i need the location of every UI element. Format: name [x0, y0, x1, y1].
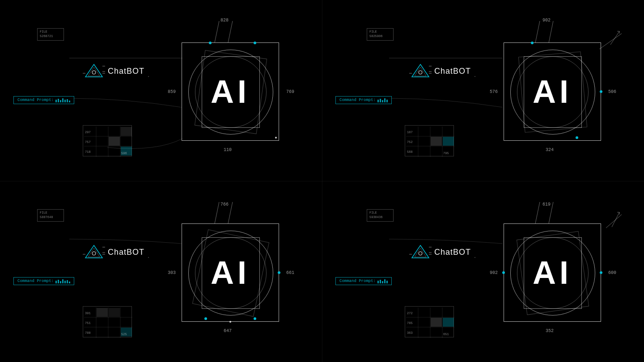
svg-text:525: 525 — [121, 333, 127, 336]
svg-rect-81 — [443, 318, 454, 327]
svg-point-31 — [419, 71, 422, 74]
file-label-tl: FILE — [40, 30, 61, 34]
svg-marker-49 — [88, 248, 100, 257]
coord-right-bl: 661 — [286, 270, 294, 275]
command-prompt-br: Command Prompt: — [335, 277, 392, 285]
ai-text-br: AI — [533, 254, 572, 291]
vertical-divider — [322, 0, 322, 362]
command-prompt-tr: Command Prompt: — [335, 96, 392, 104]
file-box-br: FILE 5930436 — [367, 209, 394, 222]
svg-text:187: 187 — [407, 130, 413, 134]
chatbot-br: ChatBOT . — [409, 244, 476, 261]
panel-br: 619 FILE 5930436 ChatBOT . 902 Command P… — [322, 181, 644, 362]
chatbot-text-tl: ChatBOT — [108, 67, 144, 76]
coord-left-tr: 576 — [490, 89, 498, 94]
svg-rect-23 — [121, 127, 132, 136]
grid-svg-bl: 391 751 780 525 — [84, 307, 132, 338]
svg-text:272: 272 — [407, 311, 413, 315]
ai-text-bl: AI — [211, 254, 250, 291]
svg-point-12 — [92, 71, 96, 74]
file-box-tl: FILE 5268721 — [37, 28, 64, 41]
svg-rect-42 — [431, 137, 442, 146]
svg-text:651: 651 — [443, 333, 449, 336]
coord-left-tl: 859 — [168, 89, 176, 94]
svg-marker-30 — [415, 67, 426, 76]
svg-rect-22 — [109, 137, 120, 146]
data-grid-tl: 297 757 718 596 — [83, 125, 132, 156]
svg-marker-68 — [415, 248, 426, 257]
chatbot-icon-br — [409, 244, 432, 261]
svg-text:785: 785 — [407, 321, 413, 325]
ai-text-tr: AI — [533, 73, 572, 110]
svg-point-50 — [92, 252, 96, 255]
coord-top-tr: 902 — [542, 18, 551, 23]
chatbot-icon-tl — [83, 63, 105, 80]
main-canvas: 828 FILE 5268721 ChatBOT . 8 — [0, 0, 644, 362]
coord-left-bl: 303 — [168, 270, 176, 275]
file-box-tr: FILE 5025906 — [367, 28, 394, 41]
svg-line-74 — [612, 212, 619, 227]
grid-svg-tl: 297 757 718 596 — [84, 126, 132, 157]
coord-bottom-tr: 324 — [546, 147, 554, 152]
ai-display-br: AI — [504, 223, 601, 322]
file-box-bl: FILE 5807648 — [37, 209, 64, 222]
grid-svg-br: 272 785 363 651 — [406, 307, 454, 338]
coord-bottom-bl: 647 — [224, 328, 232, 333]
svg-text:757: 757 — [85, 140, 91, 144]
svg-text:596: 596 — [121, 152, 127, 155]
chatbot-tr: ChatBOT . — [409, 63, 476, 80]
svg-rect-61 — [109, 308, 120, 317]
svg-point-69 — [419, 252, 422, 255]
chatbot-text-tr: ChatBOT — [434, 67, 471, 76]
coord-right-br: 600 — [608, 270, 616, 275]
svg-text:363: 363 — [407, 331, 413, 335]
chatbot-tl: ChatBOT . — [83, 63, 150, 80]
svg-text:751: 751 — [85, 321, 91, 325]
chatbot-text-bl: ChatBOT — [108, 248, 144, 257]
coord-top-bl: 766 — [220, 202, 229, 207]
chatbot-bl: ChatBOT . — [83, 244, 150, 261]
command-prompt-bl: Command Prompt: — [13, 277, 74, 285]
panel-tr: 902 FILE 5025906 ChatBOT . 576 Command P… — [322, 0, 644, 181]
svg-text:297: 297 — [85, 130, 91, 134]
coord-left-br: 902 — [490, 270, 498, 275]
coord-right-tl: 769 — [286, 89, 294, 94]
svg-text:795: 795 — [443, 152, 449, 155]
ai-text-tl: AI — [211, 73, 250, 110]
coord-bottom-tl: 110 — [224, 147, 232, 152]
svg-text:568: 568 — [407, 150, 413, 154]
panel-bl: 766 FILE 5807648 ChatBOT . 303 Command P… — [0, 181, 322, 362]
svg-line-36 — [610, 31, 619, 45]
ai-display-bl: AI — [182, 223, 279, 322]
svg-text:718: 718 — [85, 150, 91, 154]
chatbot-text-br: ChatBOT — [434, 248, 471, 257]
command-prompt-tl: Command Prompt: — [13, 96, 74, 104]
arrow-br — [595, 210, 622, 235]
svg-text:752: 752 — [407, 140, 413, 144]
data-grid-br: 272 785 363 651 — [405, 306, 454, 337]
svg-text:391: 391 — [85, 311, 91, 315]
svg-text:780: 780 — [85, 331, 91, 335]
file-number-tl: 5268721 — [40, 34, 61, 39]
grid-svg-tr: 187 752 568 795 — [406, 126, 454, 157]
panel-tl: 828 FILE 5268721 ChatBOT . 8 — [0, 0, 322, 181]
chatbot-icon-tr — [409, 63, 432, 80]
coord-bottom-br: 352 — [546, 328, 554, 333]
ai-display-tr: AI — [504, 42, 601, 141]
arrow-tr — [595, 29, 622, 54]
coord-top-br: 619 — [542, 202, 551, 207]
svg-rect-80 — [431, 318, 442, 327]
svg-marker-11 — [88, 67, 100, 76]
svg-rect-60 — [97, 308, 108, 317]
coord-top-tl: 828 — [220, 18, 229, 23]
chatbot-icon-bl — [83, 244, 105, 261]
coord-right-tr: 506 — [608, 89, 616, 94]
data-grid-tr: 187 752 568 795 — [405, 125, 454, 156]
svg-rect-43 — [443, 137, 454, 146]
data-grid-bl: 391 751 780 525 — [83, 306, 132, 337]
ai-display-tl: AI — [182, 42, 279, 141]
